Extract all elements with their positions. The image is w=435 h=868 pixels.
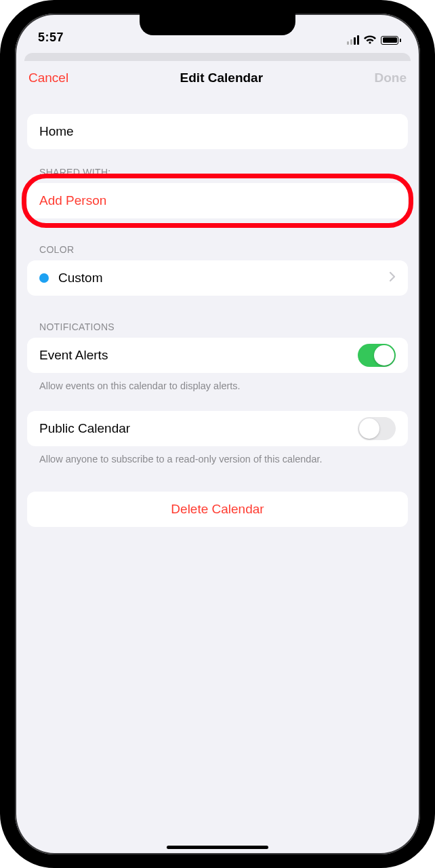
event-alerts-label: Event Alerts	[39, 348, 108, 363]
public-calendar-toggle[interactable]	[358, 417, 396, 440]
wifi-icon	[363, 35, 377, 45]
color-header: COLOR	[27, 244, 408, 260]
add-person-button[interactable]: Add Person	[27, 183, 408, 218]
public-calendar-hint: Allow anyone to subscribe to a read-only…	[27, 446, 408, 467]
color-label: Custom	[58, 271, 102, 285]
shared-with-header: SHARED WITH:	[27, 167, 408, 183]
calendar-name-group	[27, 114, 408, 149]
delete-group: Delete Calendar	[27, 492, 408, 527]
public-calendar-label: Public Calendar	[39, 421, 130, 436]
status-icons	[347, 35, 401, 45]
event-alerts-hint: Allow events on this calendar to display…	[27, 373, 408, 393]
notifications-header: NOTIFICATIONS	[27, 321, 408, 338]
public-calendar-group: Public Calendar	[27, 411, 408, 446]
delete-calendar-button[interactable]: Delete Calendar	[27, 492, 408, 527]
color-dot-icon	[39, 273, 49, 283]
page-title: Edit Calendar	[180, 71, 263, 85]
calendar-name-cell[interactable]	[27, 114, 408, 149]
public-calendar-cell: Public Calendar	[27, 411, 408, 446]
event-alerts-toggle[interactable]	[358, 344, 396, 367]
done-button[interactable]: Done	[374, 71, 407, 85]
event-alerts-cell: Event Alerts	[27, 338, 408, 373]
edit-calendar-sheet: Cancel Edit Calendar Done SHARED WITH: A…	[15, 61, 420, 854]
cellular-icon	[347, 35, 359, 45]
calendar-name-input[interactable]	[39, 124, 396, 139]
chevron-right-icon	[389, 271, 396, 285]
home-indicator[interactable]	[167, 846, 268, 849]
event-alerts-group: Event Alerts	[27, 338, 408, 373]
status-time: 5:57	[38, 31, 64, 45]
color-cell[interactable]: Custom	[27, 260, 408, 296]
cancel-button[interactable]: Cancel	[28, 71, 68, 85]
color-group: Custom	[27, 260, 408, 296]
nav-bar: Cancel Edit Calendar Done	[15, 61, 420, 94]
shared-with-group: Add Person	[27, 183, 408, 218]
battery-icon	[381, 36, 401, 45]
